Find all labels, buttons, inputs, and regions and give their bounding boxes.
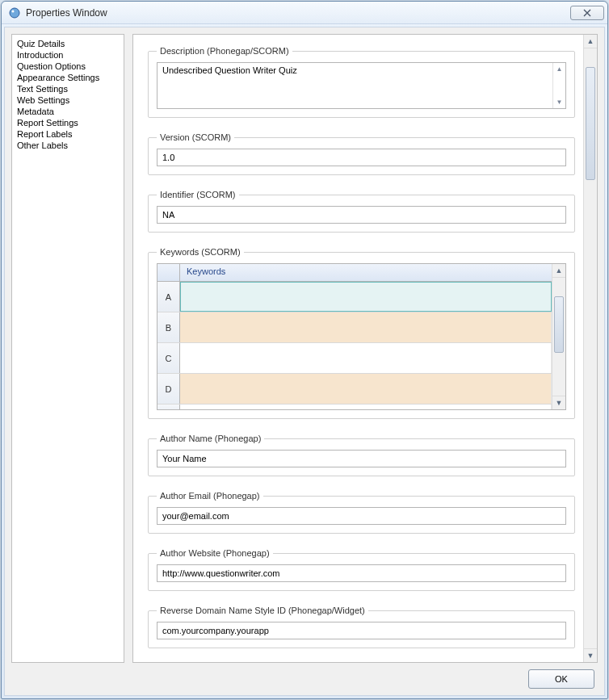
keywords-header-row: Keywords (158, 264, 552, 282)
chevron-down-icon[interactable]: ▼ (584, 648, 597, 662)
svg-point-1 (12, 10, 15, 12)
chevron-up-icon[interactable]: ▲ (552, 264, 565, 278)
label-author-name: Author Name (Phonegap) (157, 434, 264, 443)
keywords-row-stub (158, 404, 552, 409)
description-field[interactable]: Undescribed Question Writer Quiz ▲ ▼ (157, 62, 566, 109)
keywords-cell-a[interactable] (180, 282, 552, 312)
keywords-row-d[interactable]: D (158, 374, 552, 404)
keywords-column-header[interactable]: Keywords (180, 264, 552, 281)
author-name-field[interactable] (157, 450, 566, 467)
keywords-grid[interactable]: Keywords A B (157, 263, 566, 410)
keywords-cell-b[interactable] (180, 312, 552, 342)
group-reverse-domain: Reverse Domain Name Style ID (Phonegap/W… (148, 606, 575, 648)
keywords-row-c[interactable]: C (158, 343, 552, 374)
button-row: OK (11, 663, 598, 689)
group-author-email: Author Email (Phonegap) (148, 491, 575, 534)
sidebar: Quiz Details Introduction Question Optio… (11, 34, 124, 663)
label-description: Description (Phonegap/SCORM) (157, 46, 292, 56)
keywords-cell-stub (180, 404, 552, 409)
chevron-down-icon[interactable]: ▼ (553, 96, 565, 108)
group-description: Description (Phonegap/SCORM) Undescribed… (148, 46, 575, 118)
label-reverse-domain: Reverse Domain Name Style ID (Phonegap/W… (157, 606, 368, 615)
keywords-rowhdr-d: D (158, 374, 180, 404)
keywords-rowhdr-stub (158, 404, 180, 409)
keywords-rowhdr-c: C (158, 343, 180, 373)
sidebar-item-appearance-settings[interactable]: Appearance Settings (17, 72, 119, 83)
label-author-email: Author Email (Phonegap) (157, 491, 263, 501)
description-value: Undescribed Question Writer Quiz (162, 65, 297, 75)
sidebar-item-web-settings[interactable]: Web Settings (17, 94, 119, 106)
keywords-row-b[interactable]: B (158, 312, 552, 343)
keywords-row-a[interactable]: A (158, 282, 552, 312)
keywords-scroll-thumb[interactable] (554, 296, 564, 353)
chevron-up-icon[interactable]: ▲ (584, 35, 597, 48)
sidebar-item-report-settings[interactable]: Report Settings (17, 117, 119, 128)
sidebar-item-quiz-details[interactable]: Quiz Details (17, 38, 119, 49)
version-field[interactable] (157, 149, 566, 166)
group-author-name: Author Name (Phonegap) (148, 434, 575, 476)
keywords-rowhdr-a: A (158, 282, 180, 312)
window-title: Properties Window (26, 7, 107, 19)
main-row: Quiz Details Introduction Question Optio… (11, 34, 598, 663)
keywords-body: A B C (158, 282, 552, 409)
content-scrollbar[interactable]: ▲ ▼ (583, 35, 597, 662)
close-icon (583, 9, 591, 17)
content-scroll: Description (Phonegap/SCORM) Undescribed… (133, 35, 583, 662)
label-identifier: Identifier (SCORM) (157, 190, 239, 199)
sidebar-item-report-labels[interactable]: Report Labels (17, 128, 119, 140)
label-keywords: Keywords (SCORM) (157, 247, 244, 257)
keywords-rowhdr-b: B (158, 312, 180, 342)
content-scroll-thumb[interactable] (586, 67, 595, 180)
group-version: Version (SCORM) (148, 132, 575, 175)
sidebar-item-text-settings[interactable]: Text Settings (17, 83, 119, 94)
properties-window: Properties Window Quiz Details Introduct… (1, 1, 608, 699)
app-icon (8, 6, 21, 19)
label-author-website: Author Website (Phonegap) (157, 548, 273, 558)
keywords-scrollbar[interactable]: ▲ ▼ (552, 264, 565, 409)
group-keywords: Keywords (SCORM) Keywords A (148, 247, 575, 419)
keywords-cell-c[interactable] (180, 343, 552, 373)
keywords-header-corner (158, 264, 180, 281)
svg-point-0 (10, 8, 19, 18)
label-version: Version (SCORM) (157, 132, 234, 142)
ok-button[interactable]: OK (528, 669, 594, 689)
keywords-cell-d[interactable] (180, 374, 552, 404)
chevron-down-icon[interactable]: ▼ (552, 396, 565, 409)
content-panel: Description (Phonegap/SCORM) Undescribed… (132, 34, 598, 663)
sidebar-item-question-options[interactable]: Question Options (17, 61, 119, 72)
sidebar-item-introduction[interactable]: Introduction (17, 49, 119, 61)
chevron-up-icon[interactable]: ▲ (553, 63, 565, 75)
reverse-domain-field[interactable] (157, 622, 566, 639)
group-author-website: Author Website (Phonegap) (148, 548, 575, 591)
author-email-field[interactable] (157, 507, 566, 525)
sidebar-item-metadata[interactable]: Metadata (17, 106, 119, 117)
titlebar: Properties Window (2, 2, 607, 24)
author-website-field[interactable] (157, 564, 566, 582)
group-identifier: Identifier (SCORM) (148, 190, 575, 233)
client-area: Quiz Details Introduction Question Optio… (4, 27, 605, 696)
keywords-grid-inner: Keywords A B (158, 264, 552, 409)
identifier-field[interactable] (157, 206, 566, 224)
sidebar-item-other-labels[interactable]: Other Labels (17, 140, 119, 151)
description-scrollbar[interactable]: ▲ ▼ (552, 63, 565, 108)
close-button[interactable] (570, 6, 604, 20)
